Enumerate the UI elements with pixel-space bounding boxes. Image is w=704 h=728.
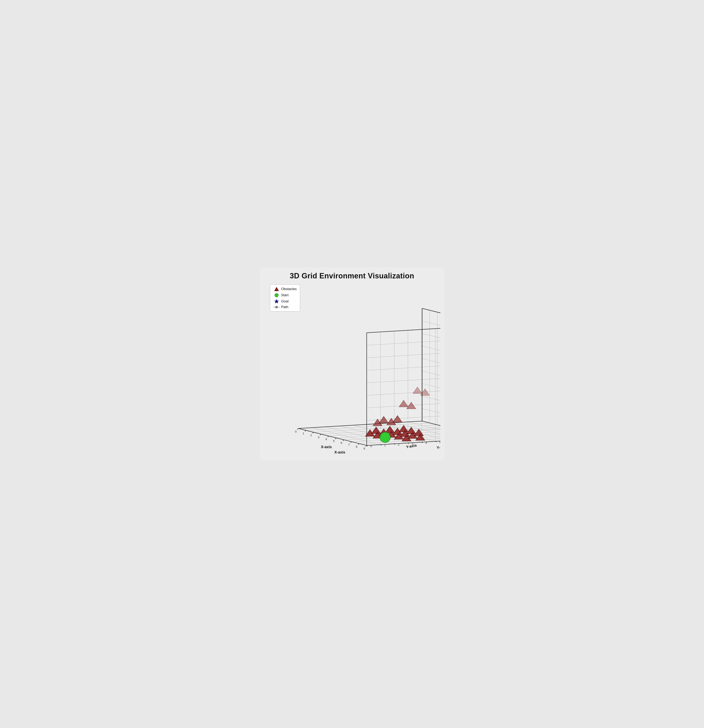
svg-line-61 (367, 338, 440, 345)
svg-text:4: 4 (325, 438, 327, 441)
path-icon (273, 305, 280, 309)
svg-text:0: 0 (295, 430, 297, 433)
svg-line-105 (335, 438, 336, 439)
svg-point-1 (275, 293, 278, 297)
svg-marker-2 (275, 299, 279, 303)
svg-line-43 (422, 308, 440, 325)
start-icon (273, 293, 280, 298)
svg-line-73 (367, 325, 440, 333)
svg-line-99 (312, 432, 314, 433)
svg-text:1: 1 (384, 443, 386, 447)
obstacle-triangle (399, 400, 408, 407)
svg-line-109 (350, 442, 351, 443)
obstacle-triangle (414, 429, 424, 436)
legend-goal-label: Goal (281, 299, 289, 303)
svg-text:2: 2 (310, 433, 312, 437)
legend-item-start: Start (273, 293, 297, 298)
svg-text:6: 6 (341, 441, 342, 445)
svg-text:3: 3 (318, 436, 319, 439)
svg-text:9: 9 (363, 447, 365, 450)
legend-item-obstacles: Obstacles (273, 287, 297, 292)
legend-item-path: Path (273, 305, 297, 309)
svg-line-111 (358, 443, 359, 445)
svg-line-39 (422, 334, 440, 351)
svg-line-55 (367, 376, 440, 383)
obstacles-icon (273, 287, 280, 292)
svg-line-107 (343, 440, 344, 441)
svg-line-59 (367, 351, 440, 358)
svg-text:1: 1 (303, 432, 304, 435)
svg-text:0: 0 (370, 445, 372, 448)
svg-text:X-axis: X-axis (321, 445, 332, 449)
legend-item-goal: Goal (273, 299, 297, 304)
svg-marker-0 (275, 287, 279, 291)
legend-path-label: Path (281, 305, 288, 309)
obstacle-triangle (372, 427, 381, 433)
svg-text:Y-axis: Y-axis (437, 445, 440, 449)
legend-box: Obstacles Start Goal (270, 285, 301, 311)
obstacle-triangle (399, 425, 408, 432)
svg-text:4: 4 (425, 441, 427, 445)
legend-obstacles-label: Obstacles (281, 287, 297, 291)
obstacle-triangle (413, 387, 422, 394)
svg-line-27 (422, 409, 440, 426)
goal-icon (273, 299, 280, 304)
svg-text:8: 8 (356, 445, 357, 448)
svg-text:2: 2 (398, 443, 399, 446)
svg-line-103 (328, 436, 329, 437)
svg-line-29 (422, 396, 440, 413)
svg-line-95 (297, 429, 298, 429)
chart-container: 3D Grid Environment Visualization Obstac… (260, 267, 444, 461)
y-axis-label: Y-axis (406, 443, 417, 449)
svg-line-33 (422, 371, 440, 388)
obstacle-triangle (385, 426, 395, 433)
svg-line-101 (320, 434, 321, 435)
svg-line-37 (422, 346, 440, 363)
svg-line-35 (422, 358, 440, 376)
x-axis-label: X-axis (334, 450, 345, 454)
svg-line-113 (366, 445, 367, 446)
chart-title: 3D Grid Environment Visualization (290, 272, 414, 280)
svg-text:7: 7 (348, 443, 350, 446)
svg-line-57 (367, 363, 440, 370)
svg-line-72 (422, 308, 440, 325)
svg-line-97 (305, 430, 306, 431)
start-marker (380, 432, 390, 442)
chart-area: Obstacles Start Goal (264, 282, 440, 456)
svg-text:5: 5 (439, 441, 440, 443)
legend-start-label: Start (281, 293, 289, 297)
svg-line-53 (367, 388, 440, 396)
svg-point-4 (276, 306, 278, 308)
svg-text:5: 5 (333, 439, 335, 443)
